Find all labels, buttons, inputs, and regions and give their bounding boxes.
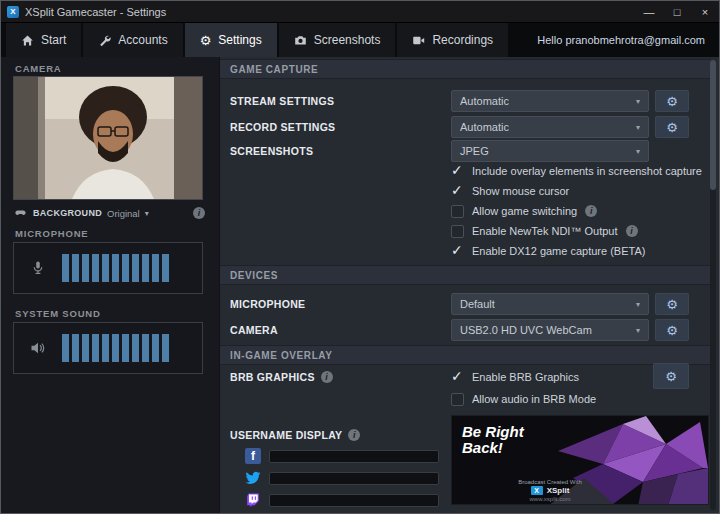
background-value: Original xyxy=(107,208,140,219)
account-greeting[interactable]: Hello pranobmehrotra@gmail.com xyxy=(537,34,719,46)
screenshots-format-dropdown[interactable]: JPEG ▾ xyxy=(451,140,649,162)
camera-icon xyxy=(294,34,307,47)
window-title: XSplit Gamecaster - Settings xyxy=(25,6,166,18)
xsplit-logo-icon: X xyxy=(531,486,543,495)
checkbox-enable-dx12-capture[interactable]: Enable DX12 game capture (BETA) xyxy=(451,243,645,259)
tab-settings[interactable]: ⚙ Settings xyxy=(185,23,277,57)
dropdown-value: Automatic xyxy=(460,121,509,133)
background-info-icon[interactable]: i xyxy=(193,207,205,219)
tab-label: Settings xyxy=(218,33,261,47)
brb-graphics-gear-button[interactable]: ⚙ xyxy=(653,363,689,389)
username-display-label: USERNAME DISPLAY i xyxy=(230,429,360,441)
scrollbar-thumb[interactable] xyxy=(710,60,716,190)
screenshots-format-label: SCREENSHOTS xyxy=(230,145,313,157)
checkbox-include-overlay[interactable]: Include overlay elements in screenshot c… xyxy=(451,163,702,179)
checkbox-enable-ndi-output[interactable]: Enable NewTek NDI™ Output i xyxy=(451,223,638,239)
checkbox-box[interactable] xyxy=(451,245,464,258)
camera-preview xyxy=(13,76,203,200)
twitter-username-row xyxy=(245,469,439,487)
brb-graphics-label: BRB GRAPHICS i xyxy=(230,371,333,383)
microphone-section-label: MICROPHONE xyxy=(15,228,88,239)
checkbox-box[interactable] xyxy=(451,205,464,218)
device-camera-dropdown[interactable]: USB2.0 HD UVC WebCam ▾ xyxy=(451,319,649,341)
tab-start[interactable]: Start xyxy=(6,23,81,57)
stream-settings-label: STREAM SETTINGS xyxy=(230,95,334,107)
wrench-icon xyxy=(98,34,111,47)
dropdown-value: JPEG xyxy=(460,145,489,157)
stream-settings-dropdown[interactable]: Automatic ▾ xyxy=(451,90,649,112)
checkbox-box[interactable] xyxy=(451,185,464,198)
maximize-icon[interactable]: □ xyxy=(663,1,691,23)
tab-accounts[interactable]: Accounts xyxy=(83,23,182,57)
checkbox-box[interactable] xyxy=(451,225,464,238)
gamepad-icon xyxy=(13,207,28,219)
app-logo-icon: X xyxy=(7,6,19,18)
twitch-username-row xyxy=(245,491,439,509)
checkbox-box[interactable] xyxy=(451,165,464,178)
gear-icon: ⚙ xyxy=(200,34,212,47)
twitch-username-input[interactable] xyxy=(269,494,439,507)
dropdown-value: USB2.0 HD UVC WebCam xyxy=(460,324,592,336)
device-camera-gear-button[interactable]: ⚙ xyxy=(655,319,689,341)
system-sound-level-meter xyxy=(13,322,203,374)
brb-brand: XSplit xyxy=(547,486,570,495)
brb-url: www.xsplit.com xyxy=(529,496,570,502)
device-microphone-dropdown[interactable]: Default ▾ xyxy=(451,293,649,315)
checkbox-box[interactable] xyxy=(451,371,464,384)
checkbox-label: Enable NewTek NDI™ Output xyxy=(472,225,618,237)
chevron-down-icon: ▾ xyxy=(636,326,640,335)
stream-settings-gear-button[interactable]: ⚙ xyxy=(655,90,689,112)
device-microphone-label: MICROPHONE xyxy=(230,298,305,310)
scrollbar-track[interactable] xyxy=(710,60,716,510)
facebook-icon: f xyxy=(245,448,261,464)
checkbox-label: Show mouse cursor xyxy=(472,185,569,197)
microphone-level-meter xyxy=(13,242,203,294)
brb-graphics-label-text: BRB GRAPHICS xyxy=(230,371,315,383)
mic-level-bars xyxy=(62,254,169,282)
facebook-username-input[interactable] xyxy=(269,450,439,463)
close-icon[interactable]: × xyxy=(691,1,719,23)
checkbox-label: Enable DX12 game capture (BETA) xyxy=(472,245,645,257)
checkbox-box[interactable] xyxy=(451,393,464,406)
tab-label: Accounts xyxy=(118,33,167,47)
titlebar: X XSplit Gamecaster - Settings — □ × xyxy=(1,1,719,23)
brb-footer: Broadcast Created With X XSplit www.xspl… xyxy=(452,479,648,502)
background-label: BACKGROUND xyxy=(33,208,102,218)
minimize-icon[interactable]: — xyxy=(635,1,663,23)
info-icon[interactable]: i xyxy=(626,225,638,237)
device-microphone-gear-button[interactable]: ⚙ xyxy=(655,293,689,315)
game-capture-header: GAME CAPTURE xyxy=(220,59,711,79)
brb-title: Be Right Back! xyxy=(462,424,536,456)
checkbox-show-mouse-cursor[interactable]: Show mouse cursor xyxy=(451,183,569,199)
info-icon[interactable]: i xyxy=(585,205,597,217)
chevron-down-icon: ▾ xyxy=(145,209,149,218)
twitter-username-input[interactable] xyxy=(269,472,439,485)
record-settings-gear-button[interactable]: ⚙ xyxy=(655,116,689,138)
checkbox-enable-brb-graphics[interactable]: Enable BRB Graphics xyxy=(451,369,579,385)
home-icon xyxy=(21,34,34,47)
checkbox-label: Enable BRB Graphics xyxy=(472,371,579,383)
record-settings-label: RECORD SETTINGS xyxy=(230,121,335,133)
devices-header: DEVICES xyxy=(220,265,711,285)
brb-caption: Broadcast Created With xyxy=(518,479,582,485)
checkbox-allow-game-switching[interactable]: Allow game switching i xyxy=(451,203,597,219)
background-selector[interactable]: BACKGROUND Original ▾ i xyxy=(13,204,205,222)
username-display-label-text: USERNAME DISPLAY xyxy=(230,429,342,441)
record-settings-dropdown[interactable]: Automatic ▾ xyxy=(451,116,649,138)
tab-screenshots[interactable]: Screenshots xyxy=(279,23,396,57)
chevron-down-icon: ▾ xyxy=(636,300,640,309)
tab-label: Recordings xyxy=(432,33,493,47)
window-controls: — □ × xyxy=(635,1,719,23)
chevron-down-icon: ▾ xyxy=(636,147,640,156)
speaker-icon xyxy=(30,340,46,356)
twitter-icon xyxy=(245,470,261,486)
brb-info-icon[interactable]: i xyxy=(321,371,333,383)
checkbox-allow-audio-brb[interactable]: Allow audio in BRB Mode xyxy=(451,391,596,407)
username-display-info-icon[interactable]: i xyxy=(348,429,360,441)
checkbox-label: Allow game switching xyxy=(472,205,577,217)
dropdown-value: Default xyxy=(460,298,495,310)
dropdown-value: Automatic xyxy=(460,95,509,107)
xsplit-settings-window: X XSplit Gamecaster - Settings — □ × Sta… xyxy=(0,0,720,514)
tab-recordings[interactable]: Recordings xyxy=(397,23,508,57)
recordings-icon xyxy=(412,34,425,47)
